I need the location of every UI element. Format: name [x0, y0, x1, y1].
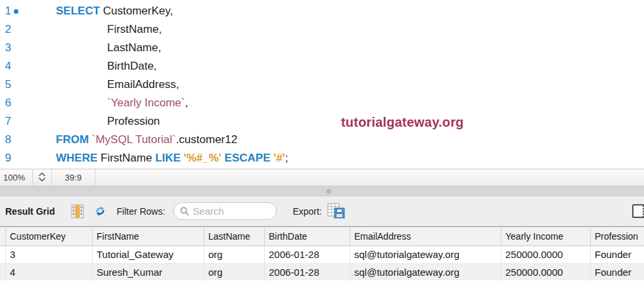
- column-header[interactable]: LastName: [204, 227, 264, 246]
- code-text[interactable]: BirthDate,: [107, 57, 157, 76]
- table-cell[interactable]: 2006-01-28: [264, 246, 350, 263]
- sql-editor[interactable]: 1 SELECT CustomerKey, 2 FirstName, 3 Las…: [0, 0, 644, 169]
- table-row[interactable]: 3Tutorial_Gatewayorg2006-01-28sql@tutori…: [0, 246, 644, 263]
- code-line: 5 EmailAddress,: [0, 76, 644, 94]
- line-number: 2: [0, 20, 11, 39]
- line-number: 7: [0, 112, 11, 131]
- table-cell[interactable]: org: [204, 264, 264, 280]
- statement-marker-icon: [14, 9, 18, 14]
- code-token: `Yearly Income`: [107, 97, 185, 109]
- line-number: 5: [0, 76, 11, 94]
- table-cell[interactable]: 250000.0000: [501, 246, 590, 263]
- code-text[interactable]: Profession: [107, 112, 160, 131]
- code-token: '#': [273, 152, 285, 164]
- watermark-text: tutorialgateway.org: [341, 115, 464, 130]
- column-header[interactable]: CustomerKey: [5, 227, 92, 246]
- code-token: CustomerKey,: [100, 5, 173, 17]
- code-token: `MySQL Tutorial`: [92, 133, 176, 146]
- cursor-position: 39:9: [52, 169, 95, 186]
- grid-view-icon[interactable]: [71, 204, 84, 219]
- table-row[interactable]: 4Suresh_Kumarorg2006-01-28sql@tutorialga…: [0, 263, 644, 280]
- table-cell[interactable]: 3: [5, 246, 92, 263]
- code-line: 3 LastName,: [0, 39, 644, 57]
- code-token: FirstName,: [107, 23, 162, 35]
- grid-header-row: CustomerKeyFirstNameLastNameBirthDateEma…: [0, 227, 644, 246]
- table-cell[interactable]: org: [204, 246, 264, 263]
- chevron-up-down-icon: [38, 172, 46, 184]
- code-token: EmailAddress,: [107, 78, 179, 91]
- table-cell[interactable]: 2006-01-28: [264, 264, 350, 280]
- column-header[interactable]: BirthDate: [264, 227, 350, 246]
- code-text[interactable]: SELECT CustomerKey,: [56, 2, 173, 20]
- code-token: ,: [185, 97, 188, 109]
- code-line: 9 WHERE FirstName LIKE '%#_%' ESCAPE '#'…: [0, 149, 644, 167]
- mysql-workbench-window: 1 SELECT CustomerKey, 2 FirstName, 3 Las…: [0, 0, 644, 281]
- code-line: 1 SELECT CustomerKey,: [0, 2, 644, 20]
- result-grid-toolbar: Result Grid Filter Rows:: [0, 196, 644, 227]
- header-gutter: [0, 227, 5, 246]
- line-number: 9: [0, 149, 11, 167]
- code-text[interactable]: WHERE FirstName LIKE '%#_%' ESCAPE '#';: [56, 149, 288, 167]
- code-token: ;: [285, 152, 288, 164]
- code-token: .customer12: [176, 133, 238, 146]
- refresh-icon[interactable]: [94, 205, 106, 217]
- code-line: 2 FirstName,: [0, 20, 644, 39]
- column-header[interactable]: EmailAddress: [350, 227, 501, 246]
- export-label: Export:: [292, 206, 321, 217]
- zoom-level: 100%: [0, 169, 33, 186]
- column-header[interactable]: Profession: [590, 227, 644, 246]
- code-token: BirthDate,: [107, 60, 157, 72]
- code-text[interactable]: EmailAddress,: [107, 76, 179, 94]
- line-number: 6: [0, 94, 11, 112]
- code-token: '%#_%': [184, 152, 221, 164]
- table-cell[interactable]: Founder: [590, 264, 644, 280]
- pane-splitter[interactable]: [0, 186, 644, 196]
- code-token: FirstName: [97, 152, 155, 164]
- table-cell[interactable]: Founder: [590, 246, 644, 263]
- panel-toggle-icon[interactable]: [632, 204, 644, 218]
- code-text[interactable]: FirstName,: [107, 20, 162, 39]
- filter-rows-label: Filter Rows:: [116, 206, 165, 217]
- search-icon: [180, 207, 189, 216]
- code-line: 7 Profession: [0, 112, 644, 131]
- code-text[interactable]: LastName,: [107, 39, 161, 57]
- code-token: SELECT: [56, 5, 100, 17]
- code-token: Profession: [107, 115, 160, 127]
- column-header[interactable]: Yearly Income: [501, 227, 590, 246]
- row-gutter[interactable]: [0, 246, 5, 263]
- code-line: 6 `Yearly Income`,: [0, 94, 644, 112]
- status-bar-spacer: [95, 169, 644, 186]
- code-token: WHERE: [56, 152, 97, 164]
- code-token: ESCAPE: [225, 152, 271, 164]
- line-number: 8: [0, 131, 11, 149]
- line-number: 4: [0, 57, 11, 76]
- table-cell[interactable]: Tutorial_Gateway: [92, 246, 204, 263]
- search-input[interactable]: [193, 205, 270, 217]
- editor-status-bar: 100% 39:9: [0, 169, 644, 186]
- table-cell[interactable]: 250000.0000: [501, 264, 590, 280]
- search-box: [173, 202, 277, 220]
- table-cell[interactable]: 4: [5, 264, 92, 280]
- splitter-handle[interactable]: [327, 189, 331, 194]
- export-recordset-icon[interactable]: [327, 203, 346, 220]
- table-cell[interactable]: sql@tutorialgateway.org: [350, 246, 501, 263]
- line-number: 3: [0, 39, 11, 57]
- grid-body: 3Tutorial_Gatewayorg2006-01-28sql@tutori…: [0, 246, 644, 280]
- code-text[interactable]: FROM `MySQL Tutorial`.customer12: [56, 131, 237, 149]
- code-line: 4 BirthDate,: [0, 57, 644, 76]
- column-header[interactable]: FirstName: [92, 227, 204, 246]
- code-lines: 1 SELECT CustomerKey, 2 FirstName, 3 Las…: [0, 2, 644, 167]
- code-token: LIKE: [155, 152, 181, 164]
- code-token: LastName,: [107, 41, 161, 54]
- line-number: 1: [0, 2, 11, 20]
- code-text[interactable]: `Yearly Income`,: [107, 94, 188, 112]
- row-gutter[interactable]: [0, 264, 5, 280]
- table-cell[interactable]: sql@tutorialgateway.org: [350, 264, 501, 280]
- code-line: 8 FROM `MySQL Tutorial`.customer12: [0, 131, 644, 149]
- zoom-stepper[interactable]: [33, 169, 52, 186]
- result-grid-title: Result Grid: [5, 206, 55, 217]
- table-cell[interactable]: Suresh_Kumar: [92, 264, 204, 280]
- code-token: FROM: [56, 133, 89, 146]
